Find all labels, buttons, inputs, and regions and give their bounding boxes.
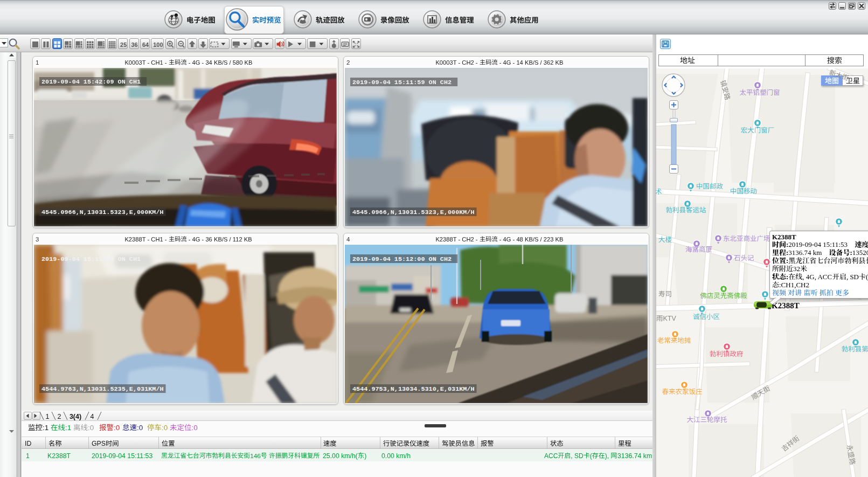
svg-text:4544.9763,N,13031.5235,E,031KM: 4544.9763,N,13031.5235,E,031KM/H bbox=[41, 385, 164, 393]
svg-text:4545.0966,N,13031.5323,E,000KM: 4545.0966,N,13031.5323,E,000KM/H bbox=[41, 209, 164, 216]
svg-text:2019-09-04 15:11:59 ON CH2: 2019-09-04 15:11:59 ON CH2 bbox=[352, 79, 452, 86]
svg-text:4544.9753,N,13034.5310,E,031KM: 4544.9753,N,13034.5310,E,031KM/H bbox=[352, 385, 475, 393]
svg-text:4545.0966,N,13031.5323,E,000KM: 4545.0966,N,13031.5323,E,000KM/H bbox=[352, 209, 475, 216]
svg-text:2019-09-04 15:12:00 ON CH2: 2019-09-04 15:12:00 ON CH2 bbox=[352, 255, 452, 263]
svg-text:2019-09-04 15:11:59 ON CH1: 2019-09-04 15:11:59 ON CH1 bbox=[41, 255, 141, 263]
svg-text:2019-09-04 15:42:09 ON CH1: 2019-09-04 15:42:09 ON CH1 bbox=[41, 78, 141, 86]
